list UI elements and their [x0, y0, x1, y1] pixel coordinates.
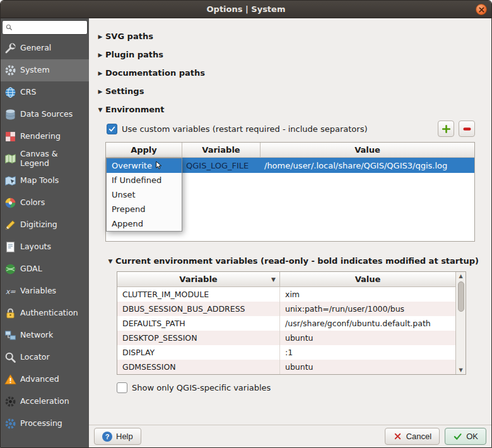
section-documentation-paths[interactable]: ▶Documentation paths: [95, 64, 486, 82]
sidebar-item-data-sources[interactable]: Data Sources: [1, 103, 89, 126]
scroll-down-icon[interactable]: ▼: [459, 366, 462, 374]
apply-option-prepend[interactable]: Prepend: [107, 202, 182, 216]
value-cell: /home/user/.local/share/QGIS/QGIS3/qgis.…: [261, 158, 474, 173]
sidebar-item-acceleration[interactable]: Acceleration: [1, 391, 89, 413]
scroll-up-icon[interactable]: ▲: [459, 272, 462, 280]
value-cell: /usr/share/gconf/ubuntu.default.path: [280, 316, 455, 331]
add-variable-button[interactable]: [438, 121, 454, 137]
sidebar-item-label: Variables: [20, 286, 56, 295]
sidebar-item-advanced[interactable]: Advanced: [1, 368, 89, 391]
sidebar-item-crs[interactable]: CRS: [1, 81, 89, 103]
column-header-apply[interactable]: Apply: [106, 143, 182, 157]
sidebar-item-network[interactable]: Network: [1, 324, 89, 346]
locator-icon: [4, 351, 17, 364]
sidebar-item-colors[interactable]: Colors: [1, 192, 89, 214]
cancel-icon: [393, 432, 402, 441]
value-cell: xim: [280, 287, 455, 302]
ok-button[interactable]: OK: [445, 428, 486, 445]
titlebar[interactable]: Options | System: [1, 1, 491, 18]
scrollbar-thumb[interactable]: [458, 281, 464, 312]
search-input[interactable]: [15, 23, 86, 33]
apply-option-unset[interactable]: Unset: [107, 187, 182, 202]
section-svg-paths[interactable]: ▶SVG paths: [95, 27, 486, 45]
chevron-right-icon: ▶: [95, 70, 105, 76]
value-cell: ubuntu: [280, 360, 455, 374]
table-row[interactable]: DEFAULTS_PATH/usr/share/gconf/ubuntu.def…: [117, 316, 455, 331]
section-settings[interactable]: ▶Settings: [95, 82, 486, 100]
sidebar-item-authentication[interactable]: Authentication: [1, 302, 89, 324]
column-header-value[interactable]: Value: [280, 272, 455, 286]
close-button[interactable]: [476, 4, 487, 15]
sidebar-item-processing[interactable]: Processing: [1, 413, 89, 435]
environment-section-body: Use custom variables (restart required -…: [105, 121, 486, 393]
custom-variables-table-header: Apply Variable Value: [106, 143, 474, 158]
sidebar-item-map-tools[interactable]: Map Tools: [1, 170, 89, 192]
check-icon: [108, 125, 116, 133]
use-custom-variables-label: Use custom variables (restart required -…: [122, 124, 368, 134]
sidebar: GeneralSystemCRSData SourcesRenderingCan…: [1, 18, 89, 447]
help-button[interactable]: ? Help: [94, 428, 141, 445]
column-header-variable[interactable]: Variable: [182, 143, 261, 157]
sidebar-item-layouts[interactable]: Layouts: [1, 236, 89, 258]
chevron-down-icon: ▼: [95, 107, 105, 113]
canvas-legend-icon: [4, 152, 17, 165]
sidebar-item-general[interactable]: General: [1, 37, 89, 59]
sidebar-item-digitizing[interactable]: Digitizing: [1, 214, 89, 236]
column-header-variable[interactable]: Variable ▼: [117, 272, 280, 286]
minus-icon: [462, 124, 472, 134]
sidebar-item-locator[interactable]: Locator: [1, 346, 89, 368]
remove-variable-button[interactable]: [459, 121, 475, 137]
value-cell: ubuntu: [280, 331, 455, 345]
sidebar-item-label: Processing: [20, 419, 62, 428]
table-row[interactable]: DBUS_SESSION_BUS_ADDRESSunix:path=/run/u…: [117, 302, 455, 316]
sidebar-item-label: CRS: [20, 88, 36, 97]
section-environment[interactable]: ▼ Environment: [95, 100, 486, 119]
apply-option-append[interactable]: Append: [107, 216, 182, 231]
vertical-scrollbar[interactable]: ▲ ▼: [455, 272, 466, 374]
sidebar-item-canvas-legend[interactable]: Canvas & Legend: [1, 148, 89, 170]
table-row[interactable]: CLUTTER_IM_MODULExim: [117, 287, 455, 302]
show-only-qgis-variables-checkbox[interactable]: [117, 382, 127, 393]
sidebar-item-gdal[interactable]: GDAL: [1, 258, 89, 280]
section-label: Settings: [105, 86, 144, 96]
section-plugin-paths[interactable]: ▶Plugin paths: [95, 45, 486, 64]
variables-icon: x=: [4, 285, 17, 298]
network-icon: [4, 329, 17, 342]
sidebar-item-variables[interactable]: x=Variables: [1, 280, 89, 302]
sidebar-item-rendering[interactable]: Rendering: [1, 126, 89, 148]
sort-arrow-icon[interactable]: ▼: [271, 276, 276, 283]
chevron-down-icon: ▼: [105, 258, 115, 264]
sidebar-list: GeneralSystemCRSData SourcesRenderingCan…: [1, 37, 89, 447]
apply-option-if-undefined[interactable]: If Undefined: [107, 173, 182, 187]
sidebar-item-label: Layouts: [20, 242, 51, 251]
table-row[interactable]: DISPLAY:1: [117, 345, 455, 360]
sidebar-item-system[interactable]: System: [1, 59, 89, 81]
sidebar-search: [2, 20, 88, 35]
table-row[interactable]: GDMSESSIONubuntu: [117, 360, 455, 374]
plus-icon: [441, 124, 452, 134]
sidebar-item-label: Advanced: [20, 375, 59, 384]
value-cell: unix:path=/run/user/1000/bus: [280, 302, 455, 316]
environment-variables-rows: CLUTTER_IM_MODULEximDBUS_SESSION_BUS_ADD…: [117, 287, 455, 374]
table-row[interactable]: DESKTOP_SESSIONubuntu: [117, 331, 455, 345]
layouts-icon: [4, 240, 17, 254]
apply-option-overwrite[interactable]: Overwrite: [107, 158, 182, 173]
apply-dropdown: OverwriteIf UndefinedUnsetPrependAppend: [106, 158, 182, 232]
digitizing-icon: [4, 218, 17, 232]
use-custom-variables-checkbox[interactable]: [107, 124, 117, 134]
sidebar-item-label: Rendering: [20, 132, 61, 141]
cancel-button[interactable]: Cancel: [385, 428, 440, 445]
sidebar-item-label: Colors: [20, 198, 45, 207]
authentication-icon: [4, 307, 17, 320]
sidebar-item-label: General: [20, 44, 51, 52]
collapsed-sections: ▶SVG paths▶Plugin paths▶Documentation pa…: [95, 27, 486, 100]
chevron-right-icon: ▶: [95, 88, 105, 95]
options-dialog: Options | System GeneralSystemCRSData So…: [0, 0, 492, 448]
section-current-environment-variables[interactable]: ▼ Current environment variables (read-on…: [105, 252, 486, 270]
ok-icon: [453, 432, 462, 441]
sidebar-item-label: GDAL: [20, 264, 42, 273]
help-icon: ?: [102, 432, 112, 442]
column-header-value[interactable]: Value: [261, 143, 474, 157]
custom-variables-table: Apply Variable Value QGIS_LOG_FILE /home…: [105, 142, 475, 242]
chevron-right-icon: ▶: [95, 33, 105, 40]
